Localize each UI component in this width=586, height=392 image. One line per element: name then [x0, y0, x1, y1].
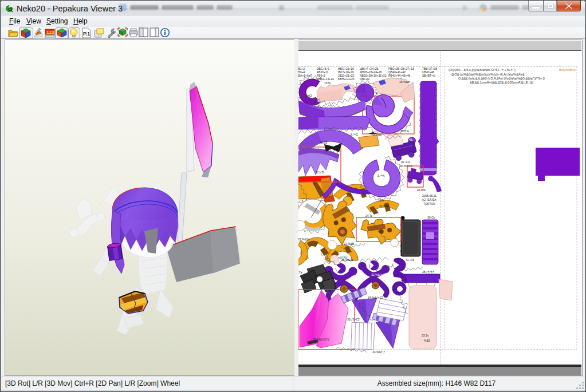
svg-text:BeljmdBnv: BeljmdBnv: [559, 68, 576, 72]
svg-text:%&5: %&5: [424, 339, 430, 342]
svg-text:8.™C: 8.™C: [351, 133, 358, 136]
svg-text:33.ƒ2×C2: 33.ƒ2×C2: [347, 318, 360, 321]
svg-text:16.%&br: 16.%&br: [399, 80, 411, 84]
svg-text:32.%&(m(ƒ): 32.%&(m(ƒ): [371, 273, 387, 276]
svg-text:40.-CA: 40.-CA: [401, 160, 410, 164]
svg-text:5.™O: 5.™O: [304, 94, 312, 97]
svg-text:39.Cb: 39.Cb: [427, 216, 435, 219]
svg-text:P.1: P.1: [83, 31, 90, 37]
svg-text:@O& /y(%&/)/a///%&]/y/)o/y/%/y: @O& /y(%&/)/a///%&]/y/)o/y/%/y(/--/6,Å/;…: [451, 73, 525, 76]
svg-text:O,&&]/;//s/a,&,6,&6(/-/),O,Â,]: O,&&]/;//s/a,&,6,&6(/-/),O,Â,]'A/r/,]//y…: [458, 77, 545, 80]
svg-text:21.%&2: 21.%&2: [379, 204, 390, 208]
svg-text:33.2n: 33.2n: [422, 334, 429, 337]
svg-text:10.b¨A: 10.b¨A: [400, 129, 409, 133]
svg-text:43.WA: 43.WA: [417, 188, 426, 192]
svg-text:24.Tc: 24.Tc: [365, 214, 372, 217]
svg-text:41.-C5: 41.-C5: [406, 258, 414, 262]
svg-text:KBH+I+J+23: KBH+I+J+23: [338, 77, 355, 81]
svg-text:123: 123: [46, 30, 54, 35]
svg-text:2006.08.21: 2006.08.21: [422, 194, 436, 197]
svg-text:35.%&2a: 35.%&2a: [341, 258, 353, 262]
svg-text:42.C5: 42.C5: [320, 141, 328, 144]
svg-text:SB+BT+U: SB+BT+U: [422, 74, 435, 77]
svg-text:GB12+13+14: GB12+13+14: [317, 77, 334, 81]
svg-text:15.5r: 15.5r: [324, 81, 331, 85]
svg-text:17a: 17a: [298, 271, 302, 274]
svg-text:21.%&B: 21.%&B: [344, 242, 355, 246]
svg-text:11.b¨B: 11.b¨B: [316, 171, 324, 174]
svg-text:34.%&ƒ×C2: 34.%&ƒ×C2: [368, 296, 383, 299]
svg-text:34.%&ƒ¨ƒ: 34.%&ƒ¨ƒ: [372, 350, 385, 354]
svg-text:22.%&2a: 22.%&2a: [298, 237, 310, 241]
svg-text:OBL+N: OBL+N: [360, 77, 369, 81]
svg-text:(C) ÆÅÆh: (C) ÆÅÆh: [422, 198, 436, 201]
svg-text:3.™A: 3.™A: [377, 174, 385, 177]
svg-text:(O/y(/w,l~ -6,6,e,]/y(/w,6'ozs: (O/y(/w,l~ -6,6,e,]/y(/w,6'ozsm.'O"'6,l~…: [449, 68, 516, 72]
svg-text:28.ƒƒƒƒƒ: 28.ƒƒƒƒƒ: [422, 270, 434, 274]
svg-text:&B,&&.1mmÅ=/)&&,&2&,&r100mmÅ'&: &B,&&.1mmÅ=/)&&,&2&,&r100mmÅ'&/;,E.',&]: [470, 81, 533, 84]
svg-text:TONTON: TONTON: [423, 202, 435, 205]
